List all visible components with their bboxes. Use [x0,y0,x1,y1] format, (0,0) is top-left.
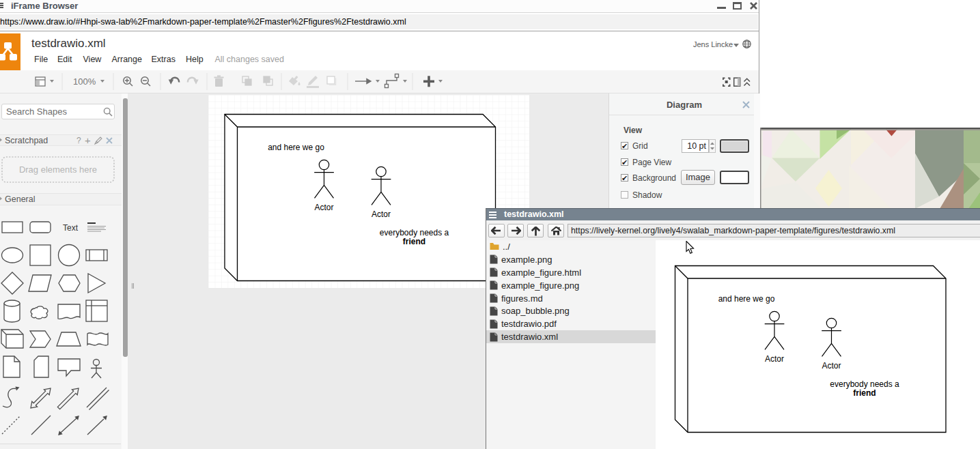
svg-text:everybody needs a: everybody needs a [380,228,449,237]
svg-text:friend: friend [403,237,425,246]
svg-text:100%: 100% [73,76,96,87]
svg-text:Actor: Actor [372,209,391,219]
svg-text:and here we go: and here we go [268,143,324,152]
svg-text:Actor: Actor [822,361,841,371]
svg-text:Actor: Actor [765,354,784,364]
svg-text:Text: Text [63,223,79,233]
svg-text:everybody needs a: everybody needs a [830,379,899,389]
svg-text:friend: friend [853,388,876,398]
svg-text:and here we go: and here we go [718,294,775,304]
svg-text:Actor: Actor [314,203,333,212]
svg-text:Drag elements here: Drag elements here [19,164,97,175]
